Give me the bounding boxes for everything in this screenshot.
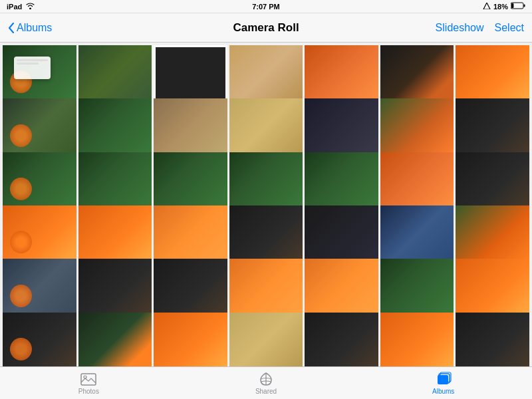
tab-albums[interactable]: Albums <box>354 367 532 399</box>
status-left: iPad <box>7 2 35 11</box>
shared-icon <box>257 372 275 386</box>
photo-cell[interactable] <box>229 313 303 366</box>
photo-cell[interactable] <box>3 45 76 102</box>
photo-cell[interactable] <box>3 152 76 209</box>
svg-rect-2 <box>524 5 525 7</box>
photo-cell[interactable] <box>3 205 76 262</box>
tab-photos-label: Photos <box>78 388 99 395</box>
photo-cell[interactable] <box>305 152 378 209</box>
photo-cell[interactable] <box>229 152 303 209</box>
photo-cell[interactable] <box>380 45 454 102</box>
photo-cell[interactable] <box>380 98 454 155</box>
photo-cell[interactable] <box>380 152 454 209</box>
photo-cell[interactable] <box>380 259 454 315</box>
photo-cell[interactable] <box>3 313 76 366</box>
select-button[interactable]: Select <box>495 22 524 34</box>
photo-cell[interactable] <box>229 45 303 102</box>
photo-cell[interactable] <box>456 45 529 102</box>
photo-cell[interactable] <box>305 313 378 366</box>
nav-bar: Albums Camera Roll Slideshow Select <box>0 13 532 43</box>
photo-cell[interactable] <box>154 205 227 262</box>
tab-albums-label: Albums <box>432 388 454 395</box>
photo-cell[interactable] <box>78 259 152 315</box>
photo-cell[interactable] <box>154 152 227 209</box>
photo-cell[interactable] <box>305 98 378 155</box>
tab-shared-label: Shared <box>255 388 277 395</box>
svg-rect-4 <box>81 374 96 385</box>
back-label: Albums <box>17 22 52 34</box>
photo-cell[interactable] <box>229 98 303 155</box>
svg-marker-0 <box>483 3 490 9</box>
photo-cell[interactable] <box>305 259 378 315</box>
slideshow-button[interactable]: Slideshow <box>436 22 484 34</box>
photo-cell[interactable] <box>456 205 529 262</box>
tab-bar: Photos Shared Albums <box>0 366 532 399</box>
battery-label: 18% <box>493 3 508 11</box>
photo-cell[interactable] <box>456 152 529 209</box>
photo-cell[interactable] <box>154 98 227 155</box>
photo-cell[interactable] <box>3 98 76 155</box>
photo-cell[interactable] <box>229 259 303 315</box>
svg-rect-3 <box>511 3 513 8</box>
photo-cell[interactable] <box>154 45 227 102</box>
battery-icon <box>511 2 525 11</box>
photo-cell[interactable] <box>3 259 76 315</box>
photo-cell[interactable] <box>78 152 152 209</box>
photo-cell[interactable] <box>78 313 152 366</box>
photo-cell[interactable] <box>78 205 152 262</box>
albums-icon <box>435 372 452 386</box>
photo-cell[interactable] <box>154 259 227 315</box>
photo-cell[interactable] <box>78 98 152 155</box>
photo-cell[interactable] <box>456 98 529 155</box>
nav-actions: Slideshow Select <box>436 22 524 34</box>
status-bar: iPad 7:07 PM 18% <box>0 0 532 13</box>
photo-cell[interactable] <box>305 205 378 262</box>
photo-cell[interactable] <box>380 313 454 366</box>
wifi-icon <box>25 2 35 11</box>
photos-icon <box>80 372 97 386</box>
device-label: iPad <box>7 3 22 11</box>
photo-grid <box>0 43 532 366</box>
signal-icon <box>483 3 491 11</box>
nav-title: Camera Roll <box>233 21 299 35</box>
status-time: 7:07 PM <box>252 3 280 11</box>
photo-cell[interactable] <box>154 313 227 366</box>
photo-cell[interactable] <box>78 45 152 102</box>
photo-cell[interactable] <box>380 205 454 262</box>
photo-cell[interactable] <box>229 205 303 262</box>
photo-cell[interactable] <box>456 313 529 366</box>
photo-cell[interactable] <box>456 259 529 315</box>
photo-cell[interactable] <box>305 45 378 102</box>
tab-shared[interactable]: Shared <box>178 367 355 399</box>
back-button[interactable]: Albums <box>8 22 52 34</box>
status-right: 18% <box>483 2 525 11</box>
tab-photos[interactable]: Photos <box>0 367 178 399</box>
